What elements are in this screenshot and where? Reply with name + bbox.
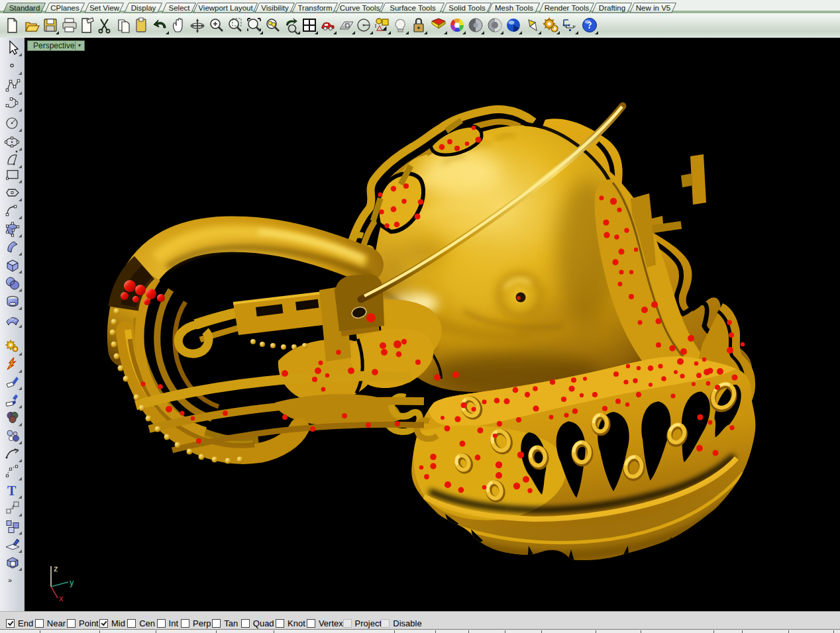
svg-text:Mesh Tools: Mesh Tools: [495, 4, 533, 12]
svg-text:?: ?: [588, 21, 592, 30]
svg-text:Select: Select: [169, 4, 191, 12]
svg-text:Transform: Transform: [298, 4, 333, 12]
svg-text:Curve Tools: Curve Tools: [340, 4, 380, 12]
svg-text:Drafting: Drafting: [599, 4, 625, 12]
svg-text:Visibility: Visibility: [261, 4, 289, 12]
svg-text:New in V5: New in V5: [636, 4, 670, 12]
svg-text:Display: Display: [131, 4, 156, 12]
svg-text:Surface Tools: Surface Tools: [390, 4, 436, 12]
svg-text:T: T: [7, 483, 17, 498]
svg-text:Render Tools: Render Tools: [545, 4, 590, 12]
svg-text:z: z: [54, 563, 58, 573]
svg-text:Viewport Layout: Viewport Layout: [198, 4, 253, 12]
svg-text:x: x: [59, 593, 64, 602]
svg-text:»: »: [8, 576, 12, 584]
svg-text:Set View: Set View: [89, 4, 120, 12]
svg-text:y: y: [70, 577, 74, 587]
svg-text:CPlanes: CPlanes: [50, 4, 79, 12]
svg-text:Solid Tools: Solid Tools: [448, 4, 486, 12]
svg-text:Standard: Standard: [9, 4, 40, 12]
